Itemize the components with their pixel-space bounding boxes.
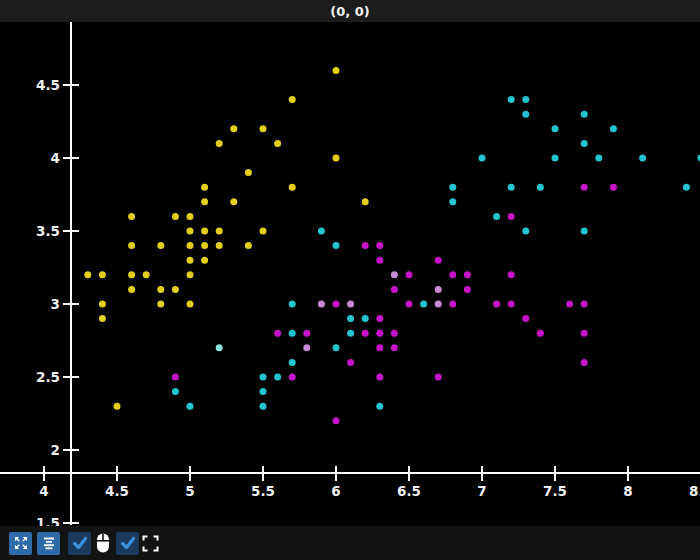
center-lines-icon	[41, 535, 57, 551]
data-point-cluster-cyan	[522, 111, 529, 118]
data-point-cluster-magenta	[610, 184, 617, 191]
plot-area[interactable]: 4.543.532.521.544.555.566.577.588.5	[0, 22, 700, 526]
pan-tool-button[interactable]	[9, 532, 32, 555]
data-point-cluster-magenta	[376, 315, 383, 322]
y-tick-label: 2.5	[36, 369, 60, 385]
data-point-cluster-yellow	[260, 228, 267, 235]
data-point-cluster-cyan	[552, 155, 559, 162]
y-tick-label: 2	[51, 442, 60, 458]
x-tick-label: 6	[331, 483, 340, 499]
data-point-cluster-magenta	[289, 374, 296, 381]
data-point-cluster-magenta	[406, 271, 413, 278]
data-point-cluster-cyan	[318, 228, 325, 235]
data-point-cluster-yellow	[187, 213, 194, 220]
data-point-cluster-magenta	[362, 242, 369, 249]
data-point-cluster-magenta	[376, 374, 383, 381]
data-point-cluster-yellow	[157, 242, 164, 249]
data-point-cluster-yellow	[172, 286, 179, 293]
data-point-cluster-yellow	[201, 228, 208, 235]
data-point-cluster-yellow	[201, 184, 208, 191]
title-bar: (0, 0)	[0, 0, 700, 22]
data-point-cluster-magenta	[391, 344, 398, 351]
data-point-cluster-magenta	[566, 301, 573, 308]
data-point-cluster-light-violet	[303, 344, 310, 351]
data-point-cluster-cyan	[508, 184, 515, 191]
data-point-cluster-yellow	[245, 242, 252, 249]
data-point-cluster-cyan	[260, 388, 267, 395]
data-point-cluster-yellow	[172, 213, 179, 220]
x-tick-label: 7	[477, 483, 486, 499]
data-point-cluster-magenta	[347, 359, 354, 366]
scatter-chart[interactable]: 4.543.532.521.544.555.566.577.588.5	[0, 22, 700, 526]
data-point-cluster-cyan	[537, 184, 544, 191]
data-point-cluster-cyan	[493, 213, 500, 220]
fullscreen-button[interactable]	[142, 535, 159, 552]
x-tick-label: 6.5	[397, 483, 421, 499]
data-point-cluster-cyan	[449, 184, 456, 191]
data-point-cluster-yellow	[128, 242, 135, 249]
data-point-cluster-yellow	[274, 140, 281, 147]
data-point-cluster-yellow	[216, 242, 223, 249]
x-tick-label: 5	[185, 483, 194, 499]
y-tick-label: 3.5	[36, 223, 60, 239]
data-point-cluster-cyan	[347, 330, 354, 337]
data-point-cluster-cyan	[172, 388, 179, 395]
x-tick-label: 4.5	[105, 483, 129, 499]
check-icon	[119, 534, 137, 552]
data-point-cluster-cyan	[289, 330, 296, 337]
fit-axes-button[interactable]	[37, 532, 60, 555]
data-point-cluster-cyan	[274, 374, 281, 381]
x-tick-label: 8.5	[689, 483, 700, 499]
data-point-cluster-light-violet	[318, 301, 325, 308]
data-point-cluster-cyan	[479, 155, 486, 162]
data-point-cluster-light-violet	[435, 301, 442, 308]
data-point-cluster-yellow	[157, 301, 164, 308]
mouse-icon	[93, 532, 113, 554]
data-point-cluster-yellow	[216, 228, 223, 235]
data-point-cluster-yellow	[99, 301, 106, 308]
data-point-cluster-light-violet	[347, 301, 354, 308]
data-point-cluster-cyan	[595, 155, 602, 162]
zoom-enabled-checkbox[interactable]	[116, 532, 139, 555]
data-point-cluster-yellow	[289, 184, 296, 191]
data-point-cluster-magenta	[435, 257, 442, 264]
data-point-cluster-yellow	[99, 271, 106, 278]
data-point-cluster-yellow	[245, 169, 252, 176]
data-point-cluster-cyan	[376, 403, 383, 410]
data-point-cluster-cyan	[362, 315, 369, 322]
data-point-cluster-yellow	[333, 67, 340, 74]
data-point-cluster-magenta	[333, 301, 340, 308]
data-point-cluster-yellow	[216, 140, 223, 147]
data-point-cluster-magenta	[464, 286, 471, 293]
data-point-cluster-magenta	[391, 330, 398, 337]
data-point-cluster-magenta	[274, 330, 281, 337]
data-point-cluster-yellow	[143, 271, 150, 278]
data-point-cluster-yellow	[187, 228, 194, 235]
data-point-cluster-yellow	[362, 198, 369, 205]
data-point-cluster-cyan	[289, 359, 296, 366]
data-point-cluster-magenta	[435, 374, 442, 381]
data-points	[84, 67, 700, 424]
data-point-cluster-magenta	[172, 374, 179, 381]
data-point-cluster-light-violet	[391, 271, 398, 278]
data-point-cluster-cyan	[333, 242, 340, 249]
data-point-cluster-magenta	[406, 301, 413, 308]
data-point-cluster-cyan	[187, 403, 194, 410]
y-tick-label: 4.5	[36, 77, 60, 93]
pan-enabled-checkbox[interactable]	[68, 532, 91, 555]
data-point-cluster-magenta	[449, 301, 456, 308]
x-tick-label: 7.5	[543, 483, 567, 499]
page-title: (0, 0)	[330, 4, 369, 19]
toolbar	[0, 526, 700, 560]
data-point-cluster-magenta	[581, 330, 588, 337]
data-point-cluster-yellow	[201, 242, 208, 249]
data-point-cluster-magenta	[391, 286, 398, 293]
data-point-cluster-magenta	[376, 330, 383, 337]
data-point-cluster-yellow	[187, 301, 194, 308]
data-point-cluster-cyan	[610, 125, 617, 132]
data-point-cluster-magenta	[537, 330, 544, 337]
data-point-cluster-yellow	[157, 286, 164, 293]
data-point-cluster-yellow	[99, 315, 106, 322]
data-point-cluster-yellow	[201, 198, 208, 205]
data-point-cluster-cyan	[420, 301, 427, 308]
